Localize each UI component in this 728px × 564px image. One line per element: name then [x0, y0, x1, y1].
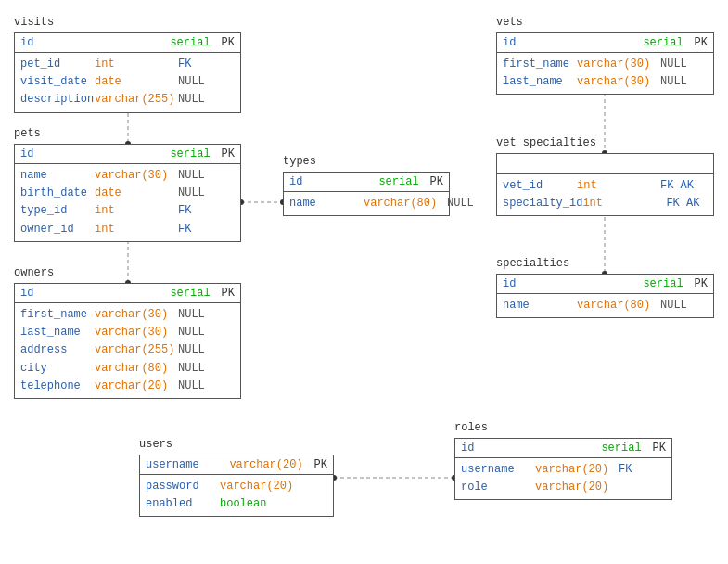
row-name: name	[20, 167, 95, 185]
table-box-users: usernamevarchar(20)PKpasswordvarchar(20)…	[139, 455, 334, 517]
table-box-owners: idserialPKfirst_namevarchar(30)NULLlast_…	[14, 283, 241, 399]
table-vets: vetsidserialPKfirst_namevarchar(30)NULLl…	[496, 32, 714, 95]
header-col3: PK	[695, 277, 708, 290]
header-col3: PK	[222, 287, 235, 300]
table-roles: rolesidserialPKusernamevarchar(20)FKrole…	[454, 438, 672, 500]
header-col2: serial	[643, 36, 683, 49]
table-header-vets: idserialPK	[497, 33, 713, 53]
table-header-roles: idserialPK	[455, 439, 671, 458]
table-body-vets: first_namevarchar(30)NULLlast_namevarcha…	[497, 53, 713, 94]
row-name: last_name	[20, 324, 95, 341]
header-col1: id	[20, 287, 33, 300]
table-title-pets: pets	[14, 127, 41, 140]
row-name: first_name	[20, 306, 95, 324]
header-col3: PK	[430, 175, 443, 188]
row-type: boolean	[220, 495, 303, 513]
header-col2: serial	[643, 277, 683, 290]
header-col2: serial	[170, 36, 210, 49]
row-name: description	[20, 91, 95, 109]
header-col2: serial	[170, 287, 210, 300]
table-row: namevarchar(80)NULL	[503, 297, 708, 314]
table-title-users: users	[139, 438, 172, 451]
row-type: int	[95, 202, 178, 220]
table-row: type_idintFK	[20, 202, 235, 220]
table-box-visits: idserialPKpet_idintFKvisit_datedateNULLd…	[14, 32, 241, 113]
table-body-users: passwordvarchar(20)enabledboolean	[140, 475, 333, 516]
row-type: varchar(255)	[95, 91, 178, 109]
table-body-specialties: namevarchar(80)NULL	[497, 294, 713, 317]
header-col1: id	[289, 175, 302, 188]
table-title-vets: vets	[496, 16, 523, 29]
row-name: owner_id	[20, 221, 95, 238]
table-header-visits: idserialPK	[15, 33, 240, 53]
row-extra: FK	[178, 56, 191, 73]
table-title-types: types	[283, 155, 316, 168]
table-row: passwordvarchar(20)	[146, 478, 327, 495]
header-col3: PK	[222, 147, 235, 160]
row-name: enabled	[146, 495, 220, 513]
row-name: city	[20, 360, 95, 378]
row-extra: NULL	[178, 185, 205, 202]
table-body-roles: usernamevarchar(20)FKrolevarchar(20)	[455, 458, 671, 499]
table-row: namevarchar(30)NULL	[20, 167, 235, 185]
table-types: typesidserialPKnamevarchar(80)NULL	[283, 172, 450, 216]
table-header-users: usernamevarchar(20)PK	[140, 455, 333, 475]
table-row: rolevarchar(20)	[461, 479, 666, 496]
row-name: first_name	[503, 56, 577, 73]
row-type: varchar(80)	[577, 297, 660, 314]
row-type: varchar(30)	[577, 73, 660, 91]
table-header-types: idserialPK	[284, 173, 449, 192]
row-type: int	[577, 177, 660, 195]
row-name: username	[461, 461, 535, 479]
table-box-types: idserialPKnamevarchar(80)NULL	[283, 172, 450, 216]
table-header-pets: idserialPK	[15, 145, 240, 164]
table-row: first_namevarchar(30)NULL	[20, 306, 235, 324]
table-box-specialties: idserialPKnamevarchar(80)NULL	[496, 274, 714, 318]
table-body-types: namevarchar(80)NULL	[284, 192, 449, 215]
row-name: pet_id	[20, 56, 95, 73]
row-extra: NULL	[178, 73, 205, 91]
row-extra: FK	[178, 221, 191, 238]
table-row: last_namevarchar(30)NULL	[503, 73, 708, 91]
table-row: telephonevarchar(20)NULL	[20, 378, 235, 395]
row-name: specialty_id	[503, 195, 582, 212]
table-row: specialty_idintFK AK	[503, 195, 708, 212]
table-row: owner_idintFK	[20, 221, 235, 238]
row-type: varchar(30)	[95, 306, 178, 324]
table-row: cityvarchar(80)NULL	[20, 360, 235, 378]
table-row: enabledboolean	[146, 495, 327, 513]
row-extra: FK AK	[666, 195, 699, 212]
row-name: address	[20, 341, 95, 359]
table-header-owners: idserialPK	[15, 284, 240, 303]
table-title-owners: owners	[14, 266, 54, 279]
table-pets: petsidserialPKnamevarchar(30)NULLbirth_d…	[14, 144, 241, 242]
row-type: int	[582, 195, 666, 212]
table-owners: ownersidserialPKfirst_namevarchar(30)NUL…	[14, 283, 241, 399]
table-row: visit_datedateNULL	[20, 73, 235, 91]
row-extra: NULL	[178, 91, 205, 109]
table-vet_specialties: vet_specialtiesvet_idintFK AKspecialty_i…	[496, 153, 714, 216]
table-body-vet_specialties: vet_idintFK AKspecialty_idintFK AK	[497, 174, 713, 215]
row-name: vet_id	[503, 177, 577, 195]
row-type: int	[95, 221, 178, 238]
row-type: varchar(20)	[535, 461, 619, 479]
table-title-vet_specialties: vet_specialties	[496, 136, 596, 149]
row-extra: NULL	[178, 378, 205, 395]
row-extra: NULL	[447, 195, 474, 212]
table-visits: visitsidserialPKpet_idintFKvisit_datedat…	[14, 32, 241, 113]
row-type: date	[95, 185, 178, 202]
table-box-vet_specialties: vet_idintFK AKspecialty_idintFK AK	[496, 153, 714, 216]
table-row: usernamevarchar(20)FK	[461, 461, 666, 479]
table-body-visits: pet_idintFKvisit_datedateNULLdescription…	[15, 53, 240, 112]
header-col2: varchar(20)	[229, 458, 302, 471]
row-name: visit_date	[20, 73, 95, 91]
row-type: varchar(255)	[95, 341, 178, 359]
table-specialties: specialtiesidserialPKnamevarchar(80)NULL	[496, 274, 714, 318]
table-row: descriptionvarchar(255)NULL	[20, 91, 235, 109]
row-type: date	[95, 73, 178, 91]
header-col1: id	[20, 147, 33, 160]
table-row: addressvarchar(255)NULL	[20, 341, 235, 359]
table-title-visits: visits	[14, 16, 54, 29]
row-extra: NULL	[178, 306, 205, 324]
row-name: name	[503, 297, 577, 314]
